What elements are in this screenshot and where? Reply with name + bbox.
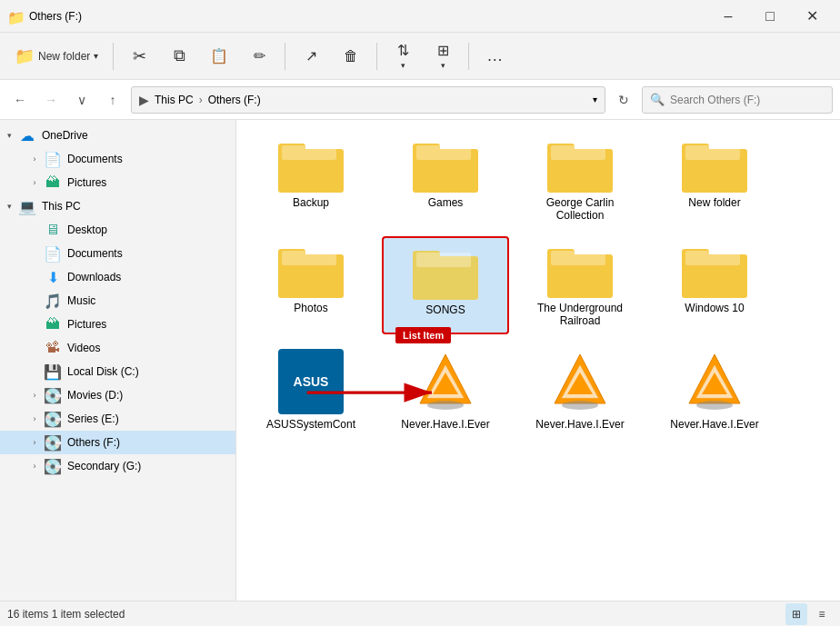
vlc-icon-2 — [547, 349, 613, 414]
cut-icon: ✂ — [133, 46, 146, 66]
rename-button[interactable]: ✏ — [241, 36, 277, 76]
chevron-icon: › — [25, 438, 44, 447]
expand-recent-button[interactable]: ∨ — [69, 87, 95, 113]
sidebar-label-thispc: This PC — [42, 200, 81, 213]
address-path[interactable]: ▶ This PC › Others (F:) ▾ — [131, 86, 605, 114]
disk-f-icon: 💽 — [44, 433, 62, 452]
cut-button[interactable]: ✂ — [121, 36, 157, 76]
sidebar-label-onedrive: OneDrive — [42, 129, 88, 142]
forward-button[interactable]: → — [38, 87, 64, 113]
file-item-songs[interactable]: SONGS — [382, 236, 509, 334]
file-item-windows10[interactable]: Windows 10 — [651, 236, 778, 334]
path-separator-icon: ▶ — [139, 93, 149, 107]
close-button[interactable]: ✕ — [791, 0, 833, 33]
delete-button[interactable]: 🗑 — [333, 36, 369, 76]
view-label: ▾ — [441, 61, 445, 70]
chevron-icon: › — [25, 462, 44, 471]
maximize-button[interactable]: □ — [749, 0, 791, 33]
file-name-railroad: The Underground Railroad — [524, 302, 636, 327]
toolbar-separator — [113, 43, 114, 70]
folder-icon — [278, 138, 344, 193]
title-bar: 📁 Others (F:) – □ ✕ — [0, 0, 840, 33]
svg-point-9 — [562, 401, 598, 410]
sidebar-item-seriese[interactable]: › 💽 Series (E:) — [0, 407, 235, 431]
sidebar-item-pictures-pc[interactable]: 🏔 Pictures — [0, 313, 235, 336]
sort-icon: ⇅ — [397, 42, 409, 59]
file-item-newfolder[interactable]: New folder — [651, 131, 778, 229]
sidebar-label-music: Music — [67, 294, 95, 307]
folder-icon — [413, 245, 478, 300]
rename-icon: ✏ — [254, 47, 265, 65]
sidebar-item-secondaryg[interactable]: › 💽 Secondary (G:) — [0, 454, 235, 478]
more-button[interactable]: … — [476, 36, 513, 76]
sidebar-item-onedrive[interactable]: ▾ ☁ OneDrive — [0, 124, 235, 147]
share-icon: ↗ — [305, 47, 317, 65]
search-box[interactable]: 🔍 — [642, 86, 833, 114]
path-dropdown-icon: ▾ — [593, 94, 597, 104]
file-item-photos[interactable]: Photos — [247, 236, 375, 334]
sidebar-label-pictures-pc: Pictures — [67, 318, 106, 331]
sidebar-item-othersf[interactable]: › 💽 Others (F:) — [0, 431, 235, 454]
folder-icon — [547, 243, 613, 298]
downloads-icon: ⬇ — [44, 268, 62, 286]
up-button[interactable]: ↑ — [100, 87, 125, 113]
sidebar-item-thispc[interactable]: ▾ 💻 This PC — [0, 194, 235, 218]
file-name-george: George Carlin Collection — [524, 196, 636, 222]
folder-icon — [278, 243, 344, 298]
share-button[interactable]: ↗ — [293, 36, 329, 76]
sidebar-item-pictures-od[interactable]: › 🏔 Pictures — [0, 171, 235, 194]
paste-button[interactable]: 📋 — [201, 36, 237, 76]
file-name-songs: SONGS — [425, 303, 465, 316]
sidebar-label-secondaryg: Secondary (G:) — [67, 460, 141, 472]
file-item-vlc3[interactable]: Never.Have.I.Ever — [651, 342, 778, 438]
sidebar-item-music[interactable]: 🎵 Music — [0, 289, 235, 313]
new-folder-button[interactable]: 📁 New folder ▾ — [7, 43, 105, 70]
minimize-button[interactable]: – — [707, 0, 749, 33]
sidebar-item-localc[interactable]: 💾 Local Disk (C:) — [0, 360, 235, 383]
file-name-windows10: Windows 10 — [685, 302, 744, 314]
chevron-icon: › — [25, 414, 44, 423]
title-text: Others (F:) — [29, 10, 707, 23]
toolbar-separator-3 — [376, 43, 377, 70]
sidebar-item-documents-pc[interactable]: 📄 Documents — [0, 242, 235, 265]
back-button[interactable]: ← — [7, 87, 33, 113]
sidebar-label-pictures-od: Pictures — [67, 176, 106, 189]
path-thispc: This PC — [155, 94, 194, 106]
sidebar-item-documents-od[interactable]: › 📄 Documents — [0, 147, 235, 171]
folder-doc-icon: 📄 — [44, 150, 62, 168]
search-input[interactable] — [670, 94, 825, 106]
sidebar-item-downloads[interactable]: ⬇ Downloads — [0, 265, 235, 289]
toolbar-separator-2 — [285, 43, 285, 70]
file-item-vlc2[interactable]: Never.Have.I.Ever — [516, 342, 644, 438]
chevron-icon: ▾ — [0, 131, 18, 140]
sidebar-label-documents-od: Documents — [67, 153, 123, 165]
file-item-asus[interactable]: ASUS ASUSSystemCont — [247, 342, 375, 438]
file-item-backup[interactable]: Backup — [247, 131, 375, 229]
sidebar-label-desktop: Desktop — [67, 224, 107, 236]
thispc-icon: 💻 — [18, 197, 36, 215]
toolbar-separator-4 — [468, 43, 469, 70]
file-name-photos: Photos — [294, 302, 327, 314]
new-folder-label: New folder — [38, 50, 90, 63]
sidebar-label-othersf: Others (F:) — [67, 436, 120, 449]
folder-icon — [413, 138, 478, 193]
file-item-railroad[interactable]: The Underground Railroad — [516, 236, 644, 334]
file-item-vlc1[interactable]: Never.Have.I.Ever — [382, 342, 509, 438]
file-item-games[interactable]: Games — [382, 131, 509, 229]
view-icons-button[interactable]: ⊞ — [785, 603, 807, 625]
file-item-george[interactable]: George Carlin Collection — [516, 131, 644, 229]
sidebar-item-desktop[interactable]: 🖥 Desktop — [0, 218, 235, 242]
more-icon: … — [486, 46, 503, 65]
new-folder-icon: 📁 — [15, 46, 35, 66]
sort-button[interactable]: ⇅ ▾ — [385, 36, 421, 76]
sidebar-item-videos[interactable]: 📽 Videos — [0, 336, 235, 360]
chevron-icon: › — [25, 391, 44, 400]
refresh-button[interactable]: ↻ — [611, 87, 636, 113]
sidebar-item-moviesd[interactable]: › 💽 Movies (D:) — [0, 383, 235, 407]
view-button[interactable]: ⊞ ▾ — [425, 36, 461, 76]
folder-icon — [682, 243, 747, 298]
disk-g-icon: 💽 — [44, 457, 62, 475]
copy-button[interactable]: ⧉ — [161, 36, 197, 76]
videos-icon: 📽 — [44, 339, 62, 357]
view-list-button[interactable]: ≡ — [811, 603, 833, 625]
